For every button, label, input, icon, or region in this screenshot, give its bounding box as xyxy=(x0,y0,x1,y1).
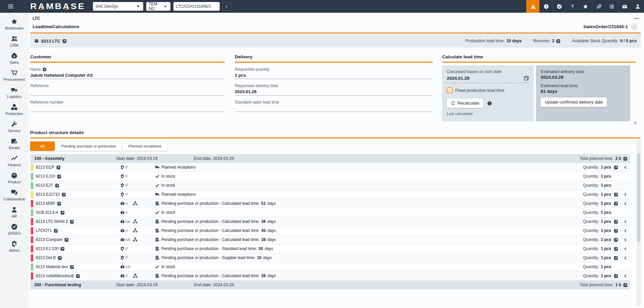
menu-icon[interactable] xyxy=(7,3,14,10)
sidebar-item-crm[interactable]: CRM xyxy=(0,33,29,50)
external-link-icon[interactable] xyxy=(43,67,47,71)
reference-number-field[interactable]: Reference number xyxy=(30,100,225,112)
chevron-left-icon[interactable] xyxy=(624,256,627,260)
back-button[interactable] xyxy=(222,2,231,11)
external-link-icon[interactable] xyxy=(62,39,67,43)
standard-sales-lead-time-field[interactable]: Standard sales lead time xyxy=(235,100,433,112)
help-icon[interactable]: ? xyxy=(566,0,579,13)
link-icon[interactable] xyxy=(614,274,618,278)
link-icon[interactable] xyxy=(614,201,618,206)
sidebar-item-bookmarks[interactable]: Bookmarks xyxy=(0,15,29,33)
chevron-left-icon[interactable] xyxy=(624,193,627,196)
fixed-production-lead-time-checkbox[interactable] xyxy=(447,87,452,93)
attachment-icon[interactable] xyxy=(592,0,605,13)
structure-row[interactable]: 8213 Del B P Pending purchase or product… xyxy=(30,253,630,262)
chevron-left-icon[interactable] xyxy=(624,229,627,233)
sidebar-item-production[interactable]: Production xyxy=(0,101,29,118)
structure-row[interactable]: SUB 8213-A K In stock Quantity:1 pcs xyxy=(30,208,630,217)
link-icon[interactable] xyxy=(623,157,628,161)
link-icon[interactable] xyxy=(76,274,80,278)
sidebar-item-hr[interactable]: HR xyxy=(0,203,29,221)
link-icon[interactable] xyxy=(70,220,74,224)
link-icon[interactable] xyxy=(56,165,61,170)
link-icon[interactable] xyxy=(70,265,74,269)
link-icon[interactable] xyxy=(614,256,618,260)
chevron-left-icon[interactable] xyxy=(624,274,627,278)
related-document-link[interactable]: SalesOrder/131845-1 xyxy=(583,24,628,29)
sidebar-item-product[interactable]: Product xyxy=(0,169,29,186)
reference-field[interactable]: Reference xyxy=(30,83,225,96)
external-link-icon[interactable] xyxy=(556,39,560,43)
chevron-left-icon[interactable] xyxy=(624,238,627,242)
warning-triangle-icon[interactable] xyxy=(526,0,539,13)
collapse-section-icon[interactable] xyxy=(633,121,638,125)
alert-circle-icon[interactable] xyxy=(539,0,552,13)
tab-pending-purchase-or-production[interactable]: Pending purchase or production xyxy=(56,141,122,151)
link-icon[interactable] xyxy=(614,220,618,224)
structure-row[interactable]: 8213 Compare KA Pending purchase or prod… xyxy=(30,235,630,244)
sidebar-item-logistics[interactable]: Logistics xyxy=(0,84,29,101)
link-icon[interactable] xyxy=(64,238,69,242)
related-document-count-badge[interactable]: 1 xyxy=(631,23,638,30)
structure-row[interactable]: 8213 subiddiesubsub K Pending purchase o… xyxy=(30,271,630,281)
structure-row[interactable]: 8213 EJ 100 P Pending purchase or produc… xyxy=(30,244,630,253)
structure-row[interactable]: 8213 Material test KA In stock Quantity:… xyxy=(30,262,630,271)
info-icon[interactable] xyxy=(487,101,492,106)
structure-row[interactable]: LTCKIT1 K Pending purchase or production… xyxy=(30,226,630,235)
sidebar-item-finance[interactable]: Finance xyxy=(0,152,29,169)
link-icon[interactable] xyxy=(54,229,58,233)
structure-row[interactable]: 8213 ECP P Planned receptions Quantity:1… xyxy=(30,163,630,172)
structure-row[interactable]: 8213 EJ7 P In stock Quantity:1 pcs xyxy=(30,181,630,190)
update-confirmed-delivery-date-button[interactable]: Update confirmed delivery date xyxy=(541,98,607,107)
link-icon[interactable] xyxy=(614,165,618,170)
link-icon[interactable] xyxy=(614,247,618,251)
requested-quantity-field[interactable]: Requested quantity 1 pcs xyxy=(235,67,433,79)
seal-check-icon[interactable] xyxy=(552,0,566,13)
chevron-left-icon[interactable] xyxy=(624,220,627,224)
structure-row[interactable]: 8213 EJ10 P In stock Quantity:1 pcs xyxy=(30,172,630,181)
start-date-field[interactable]: 2024.01.29 xyxy=(447,75,529,83)
chevron-left-icon[interactable] xyxy=(624,166,627,169)
link-icon[interactable] xyxy=(57,201,61,206)
sidebar-item-admin[interactable]: Admin xyxy=(0,238,29,255)
template-select[interactable]: TEM-NO xyxy=(146,2,170,11)
link-icon[interactable] xyxy=(58,256,62,260)
link-icon[interactable] xyxy=(57,174,61,179)
structure-row[interactable]: 8213 EJ1710 P Planned receptions Quantit… xyxy=(30,190,630,199)
list-icon[interactable] xyxy=(605,0,618,13)
link-icon[interactable] xyxy=(623,283,628,287)
global-search-input[interactable] xyxy=(173,2,220,11)
link-icon[interactable] xyxy=(614,229,618,233)
link-icon[interactable] xyxy=(60,247,65,251)
group-header-row[interactable]: 200 - Functional testing Start date: 202… xyxy=(30,281,630,289)
recalculate-button[interactable]: Recalculate xyxy=(447,99,483,108)
star-icon[interactable] xyxy=(579,0,592,13)
customer-name-field[interactable]: Name Jakob Hatteland Computer AS xyxy=(30,67,225,79)
link-icon[interactable] xyxy=(614,192,618,197)
mail-icon[interactable] xyxy=(618,0,631,13)
requested-delivery-date-field[interactable]: Requested delivery date 2024.01.26 xyxy=(235,83,433,96)
link-icon[interactable] xyxy=(55,183,59,188)
chevron-left-icon[interactable] xyxy=(624,247,627,251)
tab-planned-receptions[interactable]: Planned receptions xyxy=(123,141,167,151)
link-icon[interactable] xyxy=(60,210,65,215)
vertical-scrollbar[interactable] xyxy=(637,139,641,306)
structure-row[interactable]: 8213 MSR K Pending purchase or productio… xyxy=(30,199,630,208)
sidebar-item-sales[interactable]: $ Sales xyxy=(0,50,29,67)
link-icon[interactable] xyxy=(62,192,66,197)
structure-row[interactable]: 8213 LTC MAIN 2 KA Pending purchase or p… xyxy=(30,217,630,226)
sidebar-item-qhses[interactable]: QHSES xyxy=(0,221,29,238)
sidebar-item-rental[interactable]: $ Rental xyxy=(0,135,29,152)
tab-all[interactable]: All xyxy=(30,141,55,151)
overflow-menu-icon[interactable] xyxy=(634,16,639,21)
calendar-icon[interactable] xyxy=(524,75,529,81)
user-icon[interactable] xyxy=(631,0,644,13)
system-select[interactable]: JHC DevSys xyxy=(93,2,143,11)
scrollbar-thumb[interactable] xyxy=(637,153,640,242)
chevron-left-icon[interactable] xyxy=(624,202,627,205)
sidebar-item-collaboration[interactable]: Collaboration xyxy=(0,186,29,203)
link-icon[interactable] xyxy=(614,238,618,242)
sidebar-item-procurement[interactable]: Procurement xyxy=(0,67,29,84)
sidebar-item-service[interactable]: Service xyxy=(0,118,29,135)
group-header-row[interactable]: 100 - Assembly Start date: 2024.03.19 En… xyxy=(30,154,630,163)
